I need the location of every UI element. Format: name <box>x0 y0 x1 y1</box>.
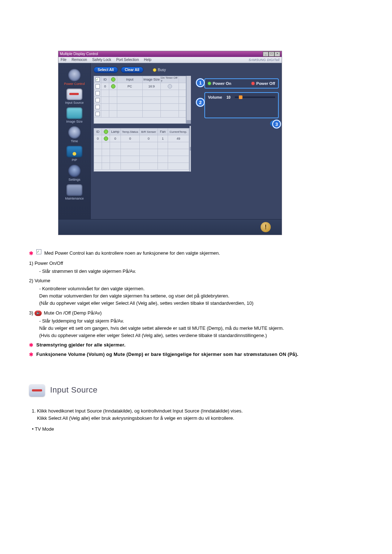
power-icon <box>68 69 81 81</box>
volume-value: 10 <box>226 95 230 99</box>
sidebar-item-power[interactable]: Power Control <box>61 69 88 86</box>
sidebar-item-input[interactable]: Input Source <box>61 89 88 104</box>
time-icon <box>68 126 81 139</box>
status-dot-icon <box>111 77 115 82</box>
app-window: Multiple Display Control _ □ × File Remo… <box>58 51 282 235</box>
sidebar-item-maintenance[interactable]: Maintenance <box>61 184 88 200</box>
item-2c: (Når du opphever valget eller velger Sel… <box>39 300 363 307</box>
status-dot-icon <box>104 130 108 134</box>
item-3c: (Hvis du opphever valgene eller velger S… <box>39 332 363 339</box>
item-3-head: 3) 🔈 Mute On /Off (Demp På/Av) <box>29 309 363 317</box>
menu-help[interactable]: Help <box>144 57 151 63</box>
sidebar-item-imagesize[interactable]: Image Size <box>61 107 88 123</box>
item-3a: - Slår lyddemping for valgt skjerm På/Av… <box>39 317 363 325</box>
settings-icon <box>68 165 81 177</box>
window-buttons: _ □ × <box>263 52 280 57</box>
minimize-button[interactable]: _ <box>263 52 269 57</box>
select-all-button[interactable]: Select All <box>94 67 118 73</box>
input-source-icon <box>66 89 82 100</box>
display-grid: ID Input Image Size On Timer Off T 0 PC … <box>94 76 186 124</box>
table-row <box>94 111 186 118</box>
busy-indicator: Busy <box>153 68 166 72</box>
inline-checkbox-icon <box>36 249 41 254</box>
maximize-button[interactable]: □ <box>269 52 274 57</box>
info-icon[interactable]: ! <box>261 222 271 232</box>
status-grid: ID Lamp Temp.Status B/R Senser Fan Curre… <box>94 128 189 172</box>
callout-1: 1 <box>196 78 205 87</box>
volume-slider[interactable] <box>235 97 275 98</box>
item-3b: Når du velger ett sett om gangen, hvis d… <box>39 325 363 332</box>
status-dot-icon <box>111 84 115 89</box>
menu-file[interactable]: File <box>61 57 66 63</box>
sidebar-item-pip[interactable]: PIP <box>61 146 88 162</box>
close-button[interactable]: × <box>274 52 280 57</box>
header-checkbox[interactable] <box>95 77 100 82</box>
col-status <box>109 76 117 83</box>
col-id: ID <box>101 76 109 83</box>
busy-dot-icon <box>153 68 156 72</box>
menu-safetylock[interactable]: Safety Lock <box>92 57 111 63</box>
menu-portselection[interactable]: Port Selection <box>116 57 139 63</box>
power-panel: Power On Power Off <box>204 78 279 89</box>
item-1a: - Slår strømmen til den valgte skjermen … <box>39 268 363 275</box>
grid-scrollbar[interactable] <box>189 126 191 172</box>
image-size-icon <box>66 107 82 119</box>
star-icon: ✱ <box>29 351 33 359</box>
status-dot-icon <box>104 136 108 141</box>
sidebar-item-settings[interactable]: Settings <box>61 165 88 181</box>
list-item: Klikk hovedikonet Input Source (Inndatak… <box>37 407 363 422</box>
bullet-tvmode: • TV Mode <box>32 426 363 433</box>
mute-pill-icon: 🔈 <box>34 311 42 316</box>
note-2: Funksjonene Volume (Volum) og Mute (Demp… <box>36 351 298 358</box>
main-content: Select All Clear All Busy ID Inpu <box>91 63 282 219</box>
col-timer: On Timer Off T <box>161 76 179 83</box>
menubar: File Remocon Safety Lock Port Selection … <box>58 57 282 63</box>
grid-scrollbar[interactable] <box>186 76 191 124</box>
led-green-icon <box>208 82 211 85</box>
power-on-button[interactable]: Power On <box>208 81 231 86</box>
col-imgsize: Image Size <box>143 76 161 83</box>
brand-label: SAMSUNG DIGITall <box>249 57 279 63</box>
section-header: Input Source <box>29 384 363 396</box>
maintenance-icon <box>66 184 82 196</box>
callout-2: 2 <box>196 98 205 107</box>
table-row[interactable]: 0 PC 16:9 <box>94 83 186 90</box>
col-check <box>94 76 101 83</box>
star-icon: ✱ <box>29 341 33 349</box>
table-row <box>94 104 186 111</box>
note-1: Strømstyring gjelder for alle skjermer. <box>36 341 126 349</box>
item-2b: Den mottar volumverdien for den valgte s… <box>39 292 363 300</box>
col-input: Input <box>117 76 143 83</box>
intro-text: Med Power Control kan du kontrollere noe… <box>44 250 220 257</box>
window-titlebar: Multiple Display Control _ □ × <box>58 51 282 57</box>
grid-header: ID Input Image Size On Timer Off T <box>94 76 186 83</box>
document-body: ✱ Med Power Control kan du kontrollere n… <box>29 250 363 433</box>
table-row <box>94 97 186 104</box>
table-row[interactable]: 0 0 0 0 1 49 <box>94 135 189 142</box>
power-off-button[interactable]: Power Off <box>252 81 275 86</box>
table-row <box>94 90 186 97</box>
statusbar: ! <box>58 219 282 235</box>
menu-remocon[interactable]: Remocon <box>72 57 87 63</box>
clear-all-button[interactable]: Clear All <box>121 67 143 73</box>
callout-3: 3 <box>272 120 281 128</box>
pip-icon <box>66 146 82 157</box>
sidebar-item-time[interactable]: Time <box>61 126 88 143</box>
section-title: Input Source <box>50 384 98 396</box>
volume-panel: Volume 10 🔈 <box>204 92 279 118</box>
timer-dot-icon <box>168 84 172 89</box>
volume-label: Volume <box>208 95 222 99</box>
star-icon: ✱ <box>29 250 33 258</box>
item-2-head: 2) Volume <box>29 277 363 284</box>
ordered-list: Klikk hovedikonet Input Source (Inndatak… <box>37 407 363 422</box>
led-red-icon <box>252 82 254 85</box>
sidebar: Power Control Input Source Image Size Ti… <box>58 63 91 219</box>
grid-header: ID Lamp Temp.Status B/R Senser Fan Curre… <box>94 128 189 135</box>
row-checkbox[interactable] <box>95 84 100 89</box>
item-2a: - Kontrollerer volumnivået for den valgt… <box>39 285 363 292</box>
item-1-head: 1) Power On/Off <box>29 260 363 267</box>
window-title: Multiple Display Control <box>60 51 98 57</box>
input-source-icon <box>29 384 45 397</box>
